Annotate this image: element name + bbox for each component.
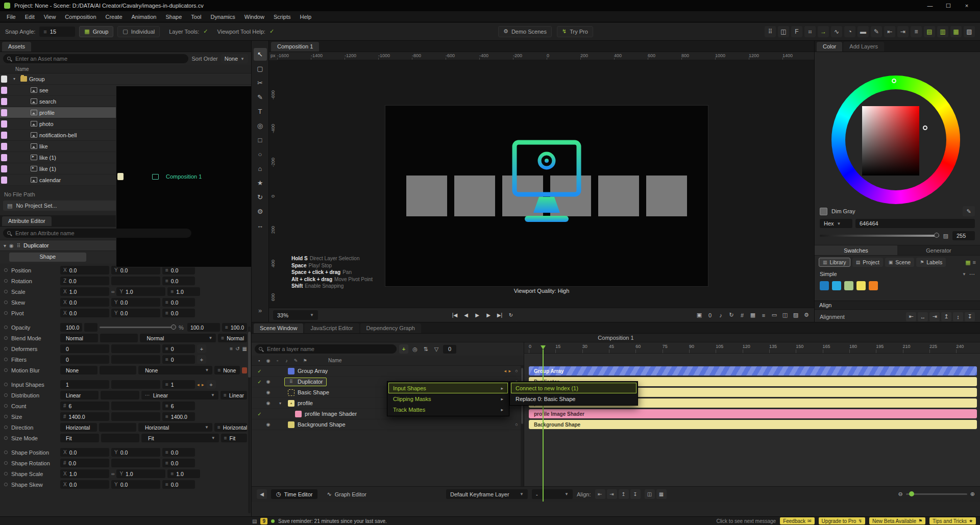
eyedropper-button[interactable]: ✎ xyxy=(963,206,975,216)
status-badge[interactable]: Tips and Tricks★ xyxy=(929,517,976,524)
attribute-tab[interactable]: Shape xyxy=(9,253,86,262)
filter-count-field[interactable]: 0 xyxy=(443,345,456,354)
close-button[interactable]: × xyxy=(958,0,976,11)
keyframe-dot-icon[interactable] xyxy=(4,426,8,429)
layer-name[interactable]: Background Shape xyxy=(298,421,346,428)
menu-item[interactable]: Animation xyxy=(127,12,161,21)
rotate-tool-icon[interactable]: ↻ xyxy=(254,191,267,204)
color-panel-tab[interactable]: Add Layers xyxy=(843,42,884,52)
menu-item[interactable]: Help xyxy=(296,12,316,21)
context-menu-item[interactable]: Clipping Masks xyxy=(388,393,508,404)
attribute-dropdown[interactable]: Normal▼ xyxy=(140,334,216,342)
sort-order-dropdown[interactable]: None▼ xyxy=(221,54,248,63)
color-swatch[interactable] xyxy=(832,281,841,290)
attribute-field-2[interactable] xyxy=(111,355,160,364)
layer-keyframe-dot-icon[interactable]: ○ xyxy=(512,368,521,373)
expand-arrow-icon[interactable]: ▾ xyxy=(13,77,18,81)
menu-item[interactable]: Scripts xyxy=(269,12,296,21)
color-swatch[interactable] xyxy=(869,281,878,290)
attribute-field-1[interactable]: Fit xyxy=(60,434,99,442)
attribute-field-2[interactable] xyxy=(101,391,139,399)
attribute-field-2[interactable] xyxy=(111,402,160,410)
tl-align-up-icon[interactable]: ↥ xyxy=(619,489,629,499)
keyframe-dot-icon[interactable] xyxy=(4,404,8,408)
submenu-item[interactable]: Replace 0: Basic Shape xyxy=(511,393,636,404)
attribute-field-1[interactable]: X0.0 xyxy=(60,480,109,489)
attribute-field-1[interactable]: Linear xyxy=(60,391,99,399)
notification-count-badge[interactable]: 9 xyxy=(260,518,267,524)
loop-icon[interactable]: ↻ xyxy=(506,310,516,320)
alpha-handle[interactable] xyxy=(934,233,939,238)
keyframe-dot-icon[interactable] xyxy=(4,461,8,465)
keyframe-dot-icon[interactable] xyxy=(4,436,8,440)
audio-icon[interactable]: ♪ xyxy=(717,310,724,320)
add-button[interactable]: + xyxy=(197,344,206,353)
shade-icon[interactable]: ▧ xyxy=(964,26,975,37)
swatch-source-button[interactable]: ⚑Labels xyxy=(916,258,946,267)
attribute-field-1[interactable]: 0 xyxy=(60,355,109,364)
attribute-stepper[interactable]: ≡100.0 xyxy=(222,323,247,332)
attribute-field-2[interactable] xyxy=(101,434,140,442)
attribute-dropdown[interactable]: ⋯Linear▼ xyxy=(141,391,218,399)
grid-icon[interactable]: ▦ xyxy=(950,26,962,37)
minimize-button[interactable]: — xyxy=(921,0,939,11)
align-left-icon[interactable]: ⇤ xyxy=(884,26,895,37)
attribute-field-1[interactable]: Normal xyxy=(60,334,98,342)
keyframe-dot-icon[interactable] xyxy=(4,383,8,386)
layer-row[interactable]: ◉ Background Shape ○ xyxy=(252,419,524,430)
group-mode-button[interactable]: ▦Group xyxy=(79,26,113,37)
camera-count[interactable]: 0 xyxy=(706,310,714,320)
attribute-stepper[interactable]: ≡None xyxy=(214,366,240,374)
keyframe-dot-icon[interactable] xyxy=(4,268,8,272)
attribute-stepper[interactable]: ≡0 xyxy=(162,355,195,364)
menu-item[interactable]: Create xyxy=(101,12,127,21)
attribute-dropdown[interactable]: None▼ xyxy=(138,366,212,374)
attribute-stepper[interactable]: ≡Fit xyxy=(221,434,247,442)
layer-connection-arrows-icon[interactable]: ◂ ▸ xyxy=(504,368,511,373)
render-settings-icon[interactable]: ⚙ xyxy=(803,310,810,320)
link-icon[interactable]: ∞ xyxy=(111,471,114,477)
resolution-icon[interactable]: # xyxy=(739,310,746,320)
gear-tool-icon[interactable]: ⚙ xyxy=(254,205,267,218)
tl-align-right-icon[interactable]: ⇥ xyxy=(607,489,617,499)
jump-end-icon[interactable]: ▶| xyxy=(495,310,505,320)
attribute-stepper[interactable]: ≡0 xyxy=(162,344,195,353)
jump-start-icon[interactable]: |◀ xyxy=(450,310,460,320)
swatch-source-button[interactable]: ▤Project xyxy=(852,258,883,267)
asset-row[interactable]: Composition 1 30.00fps 1920 x 1080 xyxy=(116,86,252,267)
layer-row[interactable]: ✓ Group Array ◂ ▸ ○ xyxy=(252,366,524,377)
camera-box-icon[interactable]: ▣ xyxy=(696,310,703,320)
attribute-editor-tab[interactable]: Attribute Editor xyxy=(2,216,52,226)
add-layer-button[interactable]: + xyxy=(399,344,408,354)
attribute-stepper[interactable]: ≡1 xyxy=(162,380,195,389)
submenu-item[interactable]: Connect to new Index (1) xyxy=(511,383,636,393)
move-tool-icon[interactable]: ↔ xyxy=(254,219,267,232)
attribute-field-2[interactable] xyxy=(111,277,160,285)
align-top-icon[interactable]: ↥ xyxy=(941,312,951,321)
layer-name-wrap[interactable]: Duplicator xyxy=(284,378,327,386)
attribute-field-2[interactable]: Y1.0 xyxy=(116,469,165,478)
alpha-value-field[interactable]: 255 xyxy=(952,231,975,240)
layer-check-icon[interactable]: ✓ xyxy=(256,411,263,417)
menu-item[interactable]: Window xyxy=(240,12,269,21)
menu-item[interactable]: Edit xyxy=(20,12,39,21)
attribute-field-2[interactable]: Y0.0 xyxy=(111,309,160,317)
attribute-field-2[interactable] xyxy=(100,334,138,342)
duplicated-square[interactable] xyxy=(406,176,447,216)
time-editor-tab[interactable]: ◷Time Editor xyxy=(271,489,317,499)
attribute-field-2[interactable]: Y0.0 xyxy=(111,480,160,489)
list-icon[interactable]: ≡ xyxy=(911,26,922,37)
slider-handle[interactable] xyxy=(171,324,176,330)
secondary-dropdown[interactable]: -▼ xyxy=(532,489,573,499)
font-icon[interactable]: F xyxy=(791,26,802,37)
attribute-field-1[interactable]: Horizontal xyxy=(60,423,97,432)
attribute-field-2[interactable]: Y0.0 xyxy=(111,448,160,457)
graph-editor-tab[interactable]: ∿Graph Editor xyxy=(322,489,372,499)
attribute-stepper[interactable]: ≡0.0 xyxy=(162,298,195,307)
scene-window-tab[interactable]: JavaScript Editor xyxy=(304,323,359,333)
attribute-stepper[interactable]: ≡1.0 xyxy=(167,469,200,478)
keyframe-dot-icon[interactable] xyxy=(4,311,8,315)
keyframe-dot-icon[interactable] xyxy=(4,358,8,361)
viewport-help-check-icon[interactable]: ✓ xyxy=(270,28,274,35)
keyframe-dot-icon[interactable] xyxy=(4,393,8,397)
